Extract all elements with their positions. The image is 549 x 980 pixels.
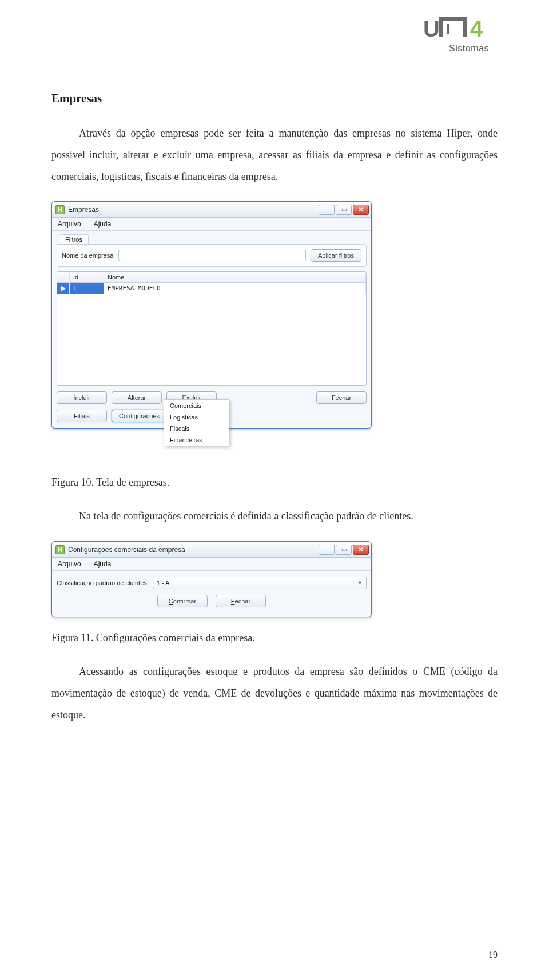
svg-text:U: U bbox=[423, 17, 440, 41]
close-button[interactable]: ✕ bbox=[353, 545, 369, 555]
cell-id: 1 bbox=[70, 283, 104, 294]
svg-rect-1 bbox=[439, 21, 443, 37]
figure-caption-11: Figura 11. Configurações comerciais da e… bbox=[51, 632, 498, 644]
window-empresas: H Empresas — ▭ ✕ Arquivo Ajuda Filtros N… bbox=[51, 201, 372, 429]
menu-ajuda[interactable]: Ajuda bbox=[94, 220, 112, 228]
figure-caption-10: Figura 10. Tela de empresas. bbox=[51, 477, 498, 489]
section-heading: Empresas bbox=[51, 91, 498, 106]
input-nome-empresa[interactable] bbox=[118, 250, 307, 261]
cell-nome: EMPRESA MODELO bbox=[104, 283, 366, 294]
configuracoes-button[interactable]: Configurações bbox=[112, 410, 167, 422]
window-title: Empresas bbox=[68, 206, 319, 214]
window-title: Configurações comerciais da empresa bbox=[68, 546, 319, 554]
popup-comerciais[interactable]: Comerciais bbox=[164, 400, 229, 411]
menubar: Arquivo Ajuda bbox=[52, 558, 371, 571]
page-number: 19 bbox=[488, 950, 498, 960]
brand-subtext: Sistemas bbox=[423, 43, 515, 54]
minimize-button[interactable]: — bbox=[319, 205, 335, 215]
menu-arquivo[interactable]: Arquivo bbox=[58, 220, 81, 228]
popup-logisticas[interactable]: Logisticas bbox=[164, 411, 229, 423]
popup-financeiras[interactable]: Financeiras bbox=[164, 434, 229, 446]
svg-text:4: 4 bbox=[470, 17, 483, 41]
titlebar: H Configurações comerciais da empresa — … bbox=[52, 542, 371, 558]
window-config-comerciais: H Configurações comerciais da empresa — … bbox=[51, 541, 372, 617]
brand-logo: U I 4 Sistemas bbox=[423, 17, 515, 54]
label-nome-empresa: Nome da empresa bbox=[62, 252, 114, 259]
maximize-button[interactable]: ▭ bbox=[336, 545, 352, 555]
table-row[interactable]: ▶ 1 EMPRESA MODELO bbox=[57, 283, 366, 294]
grid-header: Id Nome bbox=[57, 272, 366, 283]
paragraph-1: Através da opção empresas pode ser feita… bbox=[51, 123, 498, 187]
svg-rect-2 bbox=[439, 17, 467, 21]
menu-ajuda[interactable]: Ajuda bbox=[94, 560, 112, 568]
popup-fiscais[interactable]: Fiscais bbox=[164, 423, 229, 434]
alterar-button[interactable]: Alterar bbox=[112, 391, 162, 404]
titlebar: H Empresas — ▭ ✕ bbox=[52, 202, 371, 218]
maximize-button[interactable]: ▭ bbox=[336, 205, 352, 215]
combo-value: 1 - A bbox=[157, 579, 170, 586]
paragraph-3: Acessando as configurações estoque e pro… bbox=[51, 661, 498, 726]
aplicar-filtros-button[interactable]: Aplicar filtros bbox=[311, 249, 361, 262]
col-header-id[interactable]: Id bbox=[70, 272, 104, 282]
paragraph-2: Na tela de configurações comerciais é de… bbox=[51, 506, 498, 527]
fechar-button[interactable]: Fechar bbox=[216, 595, 266, 607]
filter-panel: Nome da empresa Aplicar filtros bbox=[57, 244, 367, 267]
label-classificacao: Classificação padrão de clientes bbox=[57, 579, 147, 586]
svg-rect-3 bbox=[463, 17, 467, 37]
svg-text:I: I bbox=[446, 21, 450, 38]
row-marker-icon: ▶ bbox=[57, 283, 70, 294]
minimize-button[interactable]: — bbox=[319, 545, 335, 555]
fechar-button[interactable]: Fechar bbox=[316, 391, 367, 404]
col-header-nome[interactable]: Nome bbox=[104, 272, 366, 282]
tab-filtros[interactable]: Filtros bbox=[59, 234, 89, 244]
combo-classificacao[interactable]: 1 - A ▼ bbox=[153, 577, 367, 589]
app-icon: H bbox=[55, 205, 65, 214]
filiais-button[interactable]: Filiais bbox=[57, 410, 107, 422]
confirmar-button[interactable]: Confirmar bbox=[157, 595, 208, 607]
app-icon: H bbox=[55, 545, 65, 554]
menubar: Arquivo Ajuda bbox=[52, 218, 371, 231]
incluir-button[interactable]: Incluir bbox=[57, 391, 107, 404]
config-popup-menu: Comerciais Logisticas Fiscais Financeira… bbox=[164, 399, 229, 446]
empresas-grid[interactable]: Id Nome ▶ 1 EMPRESA MODELO bbox=[57, 271, 367, 386]
close-button[interactable]: ✕ bbox=[353, 205, 369, 215]
menu-arquivo[interactable]: Arquivo bbox=[58, 560, 81, 568]
chevron-down-icon: ▼ bbox=[357, 580, 363, 586]
